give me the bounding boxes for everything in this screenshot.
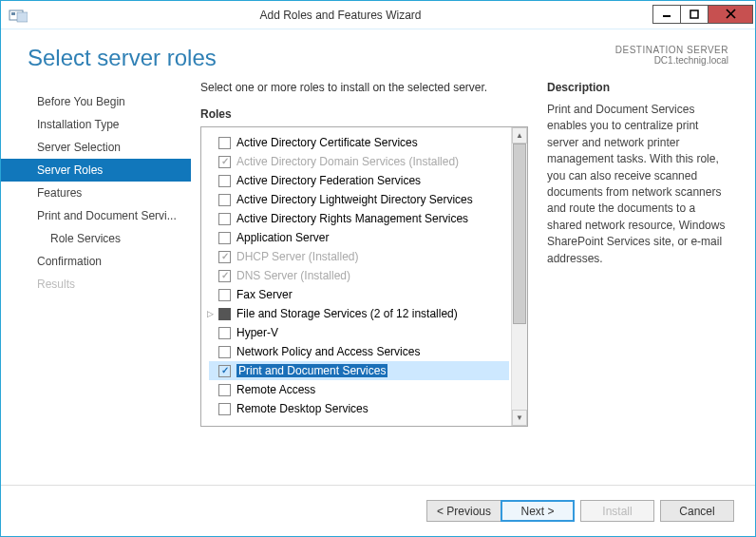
roles-list-container: Active Directory Certificate ServicesAct… bbox=[200, 126, 528, 427]
maximize-button[interactable] bbox=[680, 5, 709, 24]
sidebar-item-confirmation[interactable]: Confirmation bbox=[1, 250, 191, 273]
role-checkbox[interactable] bbox=[218, 194, 231, 206]
scroll-up-button[interactable]: ▲ bbox=[512, 127, 527, 144]
next-button[interactable]: Next > bbox=[501, 500, 575, 522]
window-title: Add Roles and Features Wizard bbox=[28, 9, 653, 22]
sidebar-item-features[interactable]: Features bbox=[1, 182, 191, 204]
main-panel: Select one or more roles to install on t… bbox=[191, 81, 728, 485]
role-row[interactable]: Application Server bbox=[209, 228, 509, 247]
close-button[interactable] bbox=[708, 5, 753, 24]
role-row[interactable]: Network Policy and Access Services bbox=[209, 342, 509, 361]
role-label: DHCP Server (Installed) bbox=[236, 250, 358, 263]
role-checkbox bbox=[218, 270, 231, 282]
titlebar[interactable]: Add Roles and Features Wizard bbox=[1, 1, 755, 29]
footer: < Previous Next > Install Cancel bbox=[1, 485, 755, 536]
sidebar-item-server-selection[interactable]: Server Selection bbox=[1, 136, 191, 159]
role-checkbox[interactable] bbox=[218, 327, 231, 339]
svg-rect-1 bbox=[11, 12, 15, 15]
dest-value: DC1.technig.local bbox=[615, 55, 728, 66]
role-label: File and Storage Services (2 of 12 insta… bbox=[236, 307, 458, 320]
wizard-window: Add Roles and Features Wizard Select ser… bbox=[0, 0, 756, 537]
install-button: Install bbox=[580, 500, 654, 522]
cancel-button[interactable]: Cancel bbox=[660, 500, 734, 522]
sidebar-item-role-services[interactable]: Role Services bbox=[1, 227, 191, 250]
sidebar: Before You BeginInstallation TypeServer … bbox=[1, 81, 191, 485]
role-checkbox[interactable] bbox=[218, 384, 231, 396]
sidebar-item-before-you-begin[interactable]: Before You Begin bbox=[1, 90, 191, 113]
role-row[interactable]: Active Directory Federation Services bbox=[209, 171, 509, 190]
role-label: Active Directory Lightweight Directory S… bbox=[236, 193, 473, 206]
app-icon bbox=[9, 8, 28, 23]
role-row[interactable]: ▷File and Storage Services (2 of 12 inst… bbox=[209, 304, 509, 323]
roles-heading: Roles bbox=[200, 107, 528, 121]
role-checkbox[interactable] bbox=[218, 137, 231, 149]
role-label: Active Directory Federation Services bbox=[236, 174, 421, 187]
window-controls bbox=[653, 5, 753, 26]
role-row[interactable]: Active Directory Lightweight Directory S… bbox=[209, 190, 509, 209]
role-label: Application Server bbox=[236, 231, 329, 244]
scroll-thumb[interactable] bbox=[513, 144, 526, 324]
header: Select server roles DESTINATION SERVER D… bbox=[1, 29, 755, 81]
sidebar-item-installation-type[interactable]: Installation Type bbox=[1, 113, 191, 136]
previous-button[interactable]: < Previous bbox=[426, 500, 501, 522]
role-checkbox[interactable] bbox=[218, 365, 231, 377]
description-panel: Description Print and Document Services … bbox=[547, 81, 728, 485]
role-row[interactable]: Fax Server bbox=[209, 285, 509, 304]
svg-rect-4 bbox=[690, 10, 698, 18]
description-heading: Description bbox=[547, 81, 728, 94]
role-checkbox[interactable] bbox=[218, 213, 231, 225]
sidebar-item-print-and-document-servi[interactable]: Print and Document Servi... bbox=[1, 204, 191, 227]
scrollbar[interactable]: ▲ ▼ bbox=[511, 127, 527, 426]
role-checkbox[interactable] bbox=[218, 289, 231, 301]
svg-rect-2 bbox=[17, 12, 28, 22]
role-label: DNS Server (Installed) bbox=[236, 269, 350, 282]
role-label: Network Policy and Access Services bbox=[236, 345, 420, 358]
role-row[interactable]: Active Directory Certificate Services bbox=[209, 133, 509, 152]
role-checkbox[interactable] bbox=[218, 308, 231, 320]
role-label: Active Directory Certificate Services bbox=[236, 136, 418, 149]
destination-server-info: DESTINATION SERVER DC1.technig.local bbox=[615, 45, 728, 66]
role-checkbox bbox=[218, 156, 231, 168]
role-row[interactable]: Hyper-V bbox=[209, 323, 509, 342]
roles-panel: Select one or more roles to install on t… bbox=[200, 81, 528, 485]
instruction-text: Select one or more roles to install on t… bbox=[200, 81, 528, 94]
role-label: Active Directory Rights Management Servi… bbox=[236, 212, 468, 225]
role-label: Print and Document Services bbox=[236, 364, 387, 377]
nav-button-group: < Previous Next > bbox=[426, 500, 575, 522]
minimize-button[interactable] bbox=[652, 5, 681, 24]
role-row[interactable]: DNS Server (Installed) bbox=[209, 266, 509, 285]
content: Select server roles DESTINATION SERVER D… bbox=[1, 29, 755, 536]
role-checkbox[interactable] bbox=[218, 232, 231, 244]
expand-icon[interactable]: ▷ bbox=[207, 309, 217, 318]
role-row[interactable]: Active Directory Domain Services (Instal… bbox=[209, 152, 509, 171]
role-row[interactable]: Print and Document Services bbox=[209, 361, 509, 380]
dest-label: DESTINATION SERVER bbox=[615, 45, 728, 55]
body: Before You BeginInstallation TypeServer … bbox=[1, 81, 755, 485]
role-label: Active Directory Domain Services (Instal… bbox=[236, 155, 459, 168]
roles-listbox[interactable]: Active Directory Certificate ServicesAct… bbox=[201, 127, 511, 426]
scroll-down-button[interactable]: ▼ bbox=[512, 410, 527, 426]
role-row[interactable]: Remote Desktop Services bbox=[209, 399, 509, 418]
role-checkbox[interactable] bbox=[218, 346, 231, 358]
sidebar-item-server-roles[interactable]: Server Roles bbox=[1, 159, 191, 182]
role-checkbox[interactable] bbox=[218, 403, 231, 415]
page-title: Select server roles bbox=[28, 45, 217, 71]
role-checkbox bbox=[218, 251, 231, 263]
role-checkbox[interactable] bbox=[218, 175, 231, 187]
role-row[interactable]: DHCP Server (Installed) bbox=[209, 247, 509, 266]
description-text: Print and Document Services enables you … bbox=[547, 102, 728, 267]
role-row[interactable]: Remote Access bbox=[209, 380, 509, 399]
role-label: Remote Access bbox=[236, 383, 315, 396]
sidebar-item-results: Results bbox=[1, 273, 191, 296]
role-label: Remote Desktop Services bbox=[236, 402, 369, 415]
role-label: Hyper-V bbox=[236, 326, 278, 339]
role-row[interactable]: Active Directory Rights Management Servi… bbox=[209, 209, 509, 228]
role-label: Fax Server bbox=[236, 288, 293, 301]
